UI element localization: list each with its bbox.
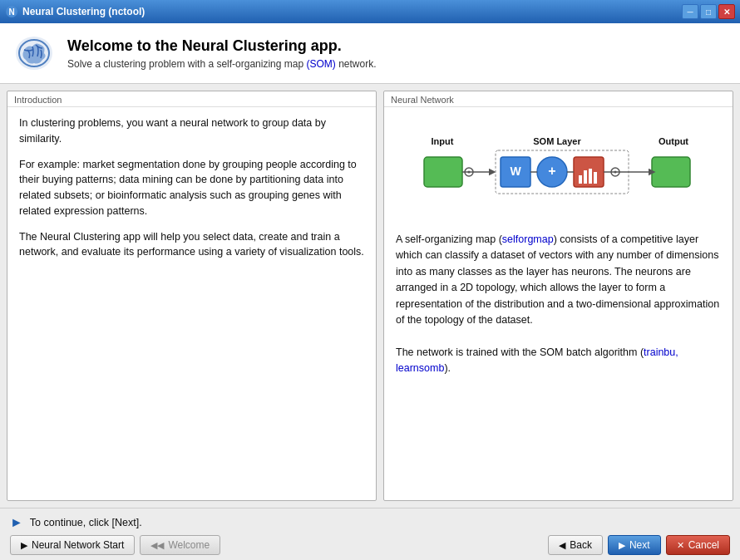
welcome-icon: ◀◀ bbox=[150, 540, 164, 551]
back-button[interactable]: ◀ Back bbox=[548, 535, 603, 555]
right-panel-content: Input SOM Layer Output bbox=[384, 107, 733, 500]
svg-rect-19 bbox=[584, 170, 587, 184]
hint-text: To continue, click [Next]. bbox=[30, 517, 142, 528]
intro-paragraph-2: For example: market segmentation done by… bbox=[19, 157, 364, 219]
left-panel: Introduction In clustering problems, you… bbox=[7, 91, 377, 501]
svg-rect-7 bbox=[424, 157, 462, 187]
back-label: Back bbox=[570, 539, 592, 551]
welcome-button[interactable]: ◀◀ Welcome bbox=[140, 535, 220, 555]
desc1-prefix: A self-organizing map ( bbox=[396, 233, 502, 245]
svg-text:Input: Input bbox=[431, 136, 453, 146]
svg-text:N: N bbox=[8, 7, 14, 17]
right-panel-title: Neural Network bbox=[384, 91, 733, 107]
close-button[interactable]: ✕ bbox=[718, 4, 735, 19]
app-header: Welcome to the Neural Clustering app. So… bbox=[0, 23, 740, 84]
minimize-button[interactable]: ─ bbox=[682, 4, 698, 19]
window-body: Welcome to the Neural Clustering app. So… bbox=[0, 23, 740, 560]
desc1-suffix: ) consists of a competitive layer which … bbox=[396, 233, 719, 326]
neural-network-start-button[interactable]: ▶ Neural Network Start bbox=[10, 535, 135, 555]
desc2-suffix: ). bbox=[444, 362, 451, 374]
right-desc-1: A self-organizing map (selforgmap) consi… bbox=[396, 232, 721, 328]
brain-icon bbox=[12, 32, 56, 75]
svg-point-25 bbox=[614, 171, 616, 174]
network-svg: Input SOM Layer Output bbox=[417, 132, 700, 215]
som-link[interactable]: (SOM) bbox=[306, 58, 335, 70]
back-icon: ◀ bbox=[559, 540, 565, 551]
subtitle-end: network. bbox=[336, 58, 377, 70]
svg-text:W: W bbox=[510, 165, 521, 178]
footer-buttons: ▶ Neural Network Start ◀◀ Welcome ◀ Back… bbox=[10, 535, 730, 555]
svg-point-10 bbox=[467, 171, 470, 174]
content-area: Introduction In clustering problems, you… bbox=[0, 84, 740, 508]
network-diagram: Input SOM Layer Output bbox=[396, 115, 721, 232]
window-controls: ─ □ ✕ bbox=[682, 4, 735, 19]
arrow-right-icon: ► bbox=[10, 515, 23, 530]
left-panel-content: In clustering problems, you want a neura… bbox=[7, 107, 376, 278]
app-icon: N bbox=[5, 5, 18, 18]
maximize-button[interactable]: □ bbox=[700, 4, 717, 19]
app-subtitle: Solve a clustering problem with a self-o… bbox=[67, 58, 377, 70]
welcome-label: Welcome bbox=[168, 539, 210, 551]
app-title: Welcome to the Neural Clustering app. bbox=[67, 37, 377, 55]
footer-hint: ► To continue, click [Next]. bbox=[10, 515, 730, 530]
selforgmap-link[interactable]: selforgmap bbox=[502, 233, 554, 245]
intro-paragraph-3: The Neural Clustering app will help you … bbox=[19, 229, 364, 261]
title-bar: N Neural Clustering (nctool) ─ □ ✕ bbox=[0, 0, 740, 23]
window-title: Neural Clustering (nctool) bbox=[22, 6, 145, 17]
left-panel-title: Introduction bbox=[7, 91, 376, 107]
right-desc-2: The network is trained with the SOM batc… bbox=[396, 345, 721, 377]
subtitle-text: Solve a clustering problem with a self-o… bbox=[67, 58, 306, 70]
next-icon: ▶ bbox=[619, 540, 625, 551]
svg-text:Output: Output bbox=[658, 136, 688, 146]
cancel-button[interactable]: ✕ Cancel bbox=[666, 535, 730, 555]
cancel-label: Cancel bbox=[688, 539, 719, 551]
desc2-prefix: The network is trained with the SOM batc… bbox=[396, 346, 644, 358]
svg-rect-20 bbox=[589, 169, 592, 184]
svg-text:+: + bbox=[548, 164, 555, 178]
neural-network-start-label: Neural Network Start bbox=[32, 539, 124, 551]
right-panel: Neural Network Input SOM Layer Output bbox=[383, 91, 733, 501]
intro-paragraph-1: In clustering problems, you want a neura… bbox=[19, 115, 364, 147]
cancel-icon: ✕ bbox=[677, 540, 684, 551]
svg-rect-21 bbox=[594, 172, 597, 184]
svg-text:SOM Layer: SOM Layer bbox=[533, 136, 581, 146]
next-button[interactable]: ▶ Next bbox=[608, 535, 661, 555]
next-label: Next bbox=[629, 539, 650, 551]
svg-rect-18 bbox=[579, 175, 582, 184]
svg-rect-26 bbox=[652, 157, 690, 187]
footer: ► To continue, click [Next]. ▶ Neural Ne… bbox=[0, 508, 740, 560]
start-icon: ▶ bbox=[21, 540, 27, 551]
